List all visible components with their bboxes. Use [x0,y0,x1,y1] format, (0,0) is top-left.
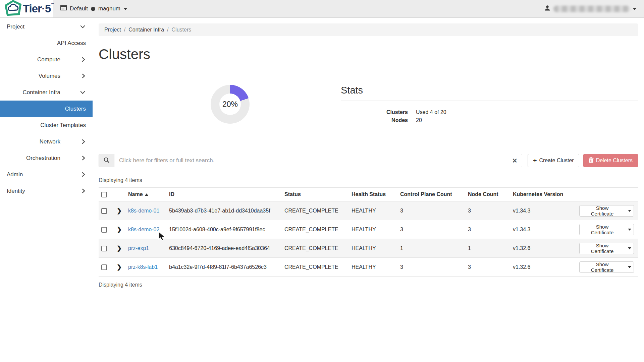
project-label: magnum [98,5,120,12]
chevron-right-icon [82,183,85,199]
chevron-down-icon [123,8,127,10]
sidebar-item-project[interactable]: Project [0,18,93,35]
chevron-down-icon [628,210,631,212]
table-toolbar: ✕ + Create Cluster Delete Clusters [99,154,638,167]
cluster-health: HEALTHY [349,220,397,239]
row-actions-dropdown-button[interactable] [625,243,634,254]
show-certificate-button[interactable]: Show Certificate [580,243,625,254]
row-actions-dropdown-button[interactable] [625,205,634,216]
control-plane-count: 3 [397,258,465,277]
sidebar-item-admin[interactable]: Admin [0,166,93,183]
row-checkbox[interactable] [101,264,107,270]
control-plane-count: 3 [397,220,465,239]
row-actions-dropdown-button[interactable] [625,224,634,235]
sidebar-item-cluster-templates[interactable]: Cluster Templates [0,117,93,133]
stats-row-clusters: Clusters Used 4 of 20 [341,108,638,116]
brand-logo[interactable]: Tier·5™ [0,0,53,17]
cluster-name-link[interactable]: k8s-demo-01 [128,208,159,214]
chevron-right-icon [82,166,85,183]
cluster-name-link[interactable]: prz-exp1 [128,245,149,251]
table-header-row: Name ID Status Health Status Control Pla… [99,188,638,201]
project-icon [91,7,95,11]
row-checkbox[interactable] [101,246,107,251]
page-title: Clusters [99,46,638,70]
usage-donut-chart: 20% [211,85,250,124]
chevron-down-icon [628,247,631,249]
column-header-status[interactable]: Status [282,188,349,201]
sidebar-item-compute[interactable]: Compute [0,51,93,68]
column-header-node-count[interactable]: Node Count [465,188,510,201]
cluster-id: 630c8494-6720-4169-adee-ead4f5a30364 [166,239,282,258]
expand-row-icon[interactable]: ❯ [117,245,122,252]
donut-percent-label: 20% [219,94,241,115]
kubernetes-version: v1.34.3 [510,201,577,220]
sidebar-item-orchestration[interactable]: Orchestration [0,150,93,166]
chevron-down-icon [628,266,631,268]
column-header-health-status[interactable]: Health Status [349,188,397,201]
cluster-id: 5b439ab3-d7b3-41e7-ab1d-dd3410daa35f [166,201,282,220]
sidebar-item-identity[interactable]: Identity [0,183,93,199]
select-all-checkbox[interactable] [101,192,107,197]
cluster-status: CREATE_COMPLETE [282,258,349,277]
cluster-status: CREATE_COMPLETE [282,239,349,258]
breadcrumb-container-infra[interactable]: Container Infra [128,27,164,33]
search-input[interactable] [114,154,507,167]
chevron-right-icon [82,51,85,68]
plus-icon: + [533,157,537,164]
cluster-health: HEALTHY [349,201,397,220]
node-count: 3 [465,201,510,220]
breadcrumb: Project / Container Infra / Clusters [99,23,638,36]
cluster-status: CREATE_COMPLETE [282,220,349,239]
table-row: ❯ prz-exp1 630c8494-6720-4169-adee-ead4f… [99,239,638,258]
search-icon [103,157,110,164]
expand-row-icon[interactable]: ❯ [117,226,122,233]
chevron-right-icon [82,150,85,166]
breadcrumb-current: Clusters [172,27,192,33]
table-row: ❯ k8s-demo-01 5b439ab3-d7b3-41e7-ab1d-dd… [99,201,638,220]
show-certificate-button[interactable]: Show Certificate [580,205,625,216]
show-certificate-button[interactable]: Show Certificate [580,262,625,273]
search-bar: ✕ [99,154,522,167]
search-button[interactable] [99,154,114,167]
items-count-top: Displaying 4 items [99,177,638,183]
row-actions: Show Certificate [579,205,634,217]
kubernetes-version: v1.32.6 [510,258,577,277]
row-actions: Show Certificate [579,261,634,273]
clusters-table: Name ID Status Health Status Control Pla… [99,187,638,277]
chevron-right-icon [82,68,85,84]
row-actions-dropdown-button[interactable] [625,262,634,273]
breadcrumb-project[interactable]: Project [104,27,121,33]
clear-search-button[interactable]: ✕ [507,154,522,167]
stats-value: Used 4 of 20 [408,108,446,116]
cluster-name-link[interactable]: k8s-demo-02 [128,227,159,232]
column-header-control-plane-count[interactable]: Control Plane Count [397,188,465,201]
overview-section: 20% Stats Clusters Used 4 of 20 Nodes 20 [99,85,638,124]
create-cluster-button[interactable]: + Create Cluster [528,154,579,167]
cluster-name-link[interactable]: prz-k8s-lab1 [128,264,158,270]
row-actions: Show Certificate [579,224,634,235]
column-header-kubernetes-version[interactable]: Kubernetes Version [510,188,577,201]
control-plane-count: 1 [397,239,465,258]
expand-row-icon[interactable]: ❯ [117,264,122,270]
sidebar-item-volumes[interactable]: Volumes [0,68,93,84]
top-bar: Tier·5™ Default magnum [0,0,644,18]
sidebar-item-clusters[interactable]: Clusters [0,101,93,117]
sidebar-item-container-infra[interactable]: Container Infra [0,84,93,101]
sidebar-item-api-access[interactable]: API Access [0,35,93,51]
column-header-name[interactable]: Name [125,188,166,201]
expand-row-icon[interactable]: ❯ [117,207,122,214]
context-switcher[interactable]: Default magnum [60,5,127,12]
table-row: ❯ prz-k8s-lab1 b4a1c32e-9f7d-4f89-81f7-6… [99,258,638,277]
sidebar-item-network[interactable]: Network [0,133,93,150]
sidebar: Project API Access Compute Volumes [0,18,93,362]
control-plane-count: 3 [397,201,465,220]
chevron-right-icon [82,133,85,150]
user-menu[interactable] [544,5,637,13]
close-icon: ✕ [512,157,517,164]
column-header-id[interactable]: ID [166,188,282,201]
show-certificate-button[interactable]: Show Certificate [580,224,625,235]
delete-clusters-button[interactable]: Delete Clusters [583,154,638,167]
row-checkbox[interactable] [101,208,107,214]
trash-icon [589,157,594,164]
row-checkbox[interactable] [101,227,107,233]
